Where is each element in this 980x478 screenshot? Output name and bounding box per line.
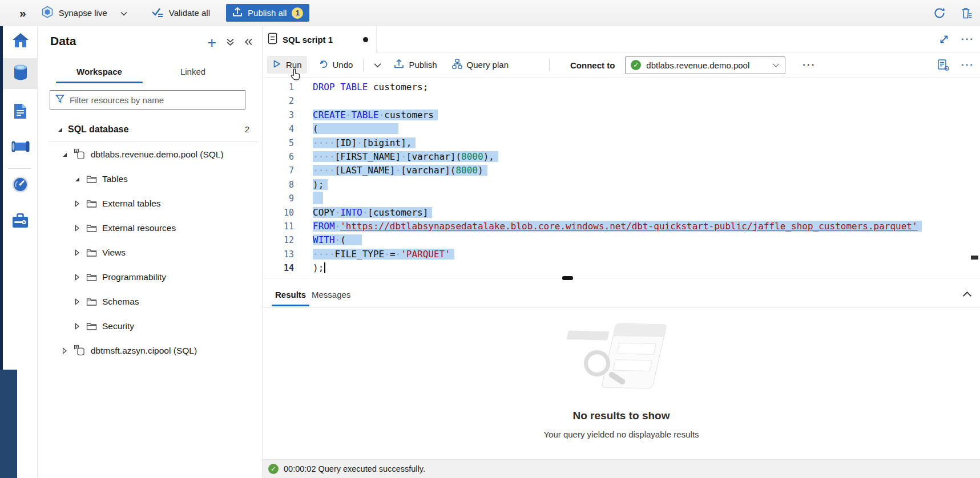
chevron-up-icon[interactable] <box>962 290 972 299</box>
line-number: 6 <box>263 150 294 164</box>
code-line-11[interactable]: 11FROM·'https://dbtlabsynapsedatalake.bl… <box>263 220 980 233</box>
query-plan-button[interactable]: Query plan <box>447 55 514 74</box>
illustration-strip <box>566 331 609 341</box>
code-line-8[interactable]: 8); <box>263 178 980 192</box>
code-line-10[interactable]: 10COPY·INTO·[customers] <box>263 206 980 220</box>
line-number: 7 <box>263 164 294 177</box>
query-status-bar: ✓ 00:00:02 Query executed successfully. <box>263 459 980 478</box>
splitter-grip[interactable] <box>562 276 573 280</box>
sidebar-item-monitor[interactable] <box>3 170 38 201</box>
pool-name: dbtlabs.revenue.demo.pool <box>646 60 767 70</box>
tree-item-views[interactable]: Views <box>38 240 262 265</box>
code-line-4[interactable]: 4( <box>263 122 980 136</box>
add-resource-button[interactable]: + <box>207 38 216 48</box>
tab-sql-script[interactable]: SQL script 1 <box>263 26 377 52</box>
publish-label: Publish <box>409 60 437 70</box>
panel-title: Data <box>50 34 76 48</box>
token: WITH <box>313 234 335 245</box>
line-content: ····[ID]·[bigint], <box>313 136 416 150</box>
selection-block: FROM·'https://dbtlabsynapsedatalake.blob… <box>313 221 922 232</box>
connect-more-button[interactable]: ··· <box>802 62 816 68</box>
sidebar-item-integrate[interactable] <box>3 132 38 163</box>
run-button[interactable]: Run <box>267 56 307 74</box>
tree-item-label: Tables <box>102 174 128 184</box>
refresh-icon[interactable] <box>933 7 946 19</box>
mode-selector[interactable]: Synapse live <box>41 6 127 20</box>
selection-block <box>313 192 323 204</box>
collapse-panel-icon <box>244 38 253 48</box>
publish-button[interactable]: Publish <box>389 55 442 74</box>
token: customers <box>384 110 434 120</box>
token: ) <box>478 165 483 176</box>
validate-all-button[interactable]: Validate all <box>151 7 210 19</box>
collapse-node-icon[interactable] <box>60 151 69 158</box>
token: [FIRST_NAME] <box>335 151 401 162</box>
token: FILE_TYPE <box>335 249 385 260</box>
code-line-9[interactable]: 9 <box>263 192 980 205</box>
code-line-2[interactable]: 2 <box>263 94 980 108</box>
undo-redo-dropdown[interactable] <box>369 56 386 73</box>
tab-title: SQL script 1 <box>283 35 333 44</box>
actions-menu-button[interactable] <box>226 38 235 48</box>
expand-topnav-icon[interactable]: » <box>19 6 26 20</box>
line-content: ( <box>313 122 398 136</box>
sidebar-item-manage[interactable] <box>3 206 38 237</box>
tree-item-label: SQL database <box>68 124 128 135</box>
expand-node-icon[interactable] <box>60 347 69 354</box>
token: CREATE <box>313 110 346 120</box>
tree-item-dbtmsft-azsyn-cipool-sql[interactable]: dbtmsft.azsyn.cipool (SQL) <box>38 338 262 363</box>
expand-node-icon[interactable] <box>72 200 82 207</box>
resize-diagonal-icon[interactable] <box>938 34 950 45</box>
tree-item-security[interactable]: Security <box>38 314 262 338</box>
tree-item-external-tables[interactable]: External tables <box>38 191 262 216</box>
code-line-3[interactable]: 3CREATE·TABLE·customers <box>263 108 980 122</box>
code-line-5[interactable]: 5····[ID]·[bigint], <box>263 136 980 150</box>
tree-item-schemas[interactable]: Schemas <box>38 289 262 314</box>
sql-script-icon <box>268 33 278 47</box>
tab-more-actions-button[interactable]: ··· <box>961 37 974 42</box>
tab-workspace[interactable]: Workspace <box>53 59 146 83</box>
pool-dropdown[interactable]: ✓ dbtlabs.revenue.demo.pool <box>625 56 785 74</box>
expand-node-icon[interactable] <box>72 225 82 232</box>
code-line-12[interactable]: 12WITH·( <box>263 233 980 247</box>
collapse-node-icon[interactable] <box>72 176 82 183</box>
tab-messages[interactable]: Messages <box>312 281 350 308</box>
tab-results[interactable]: Results <box>275 281 306 308</box>
properties-icon[interactable] <box>937 59 950 71</box>
folder-icon <box>86 199 97 208</box>
tree-item-sql-database[interactable]: SQL database2 <box>38 117 262 141</box>
sidebar-item-home[interactable] <box>3 26 38 57</box>
sidebar-item-develop[interactable] <box>3 97 38 128</box>
expand-node-icon[interactable] <box>72 249 82 256</box>
line-number: 4 <box>263 122 294 136</box>
token: FROM <box>313 221 335 232</box>
code-line-14[interactable]: 14); <box>263 261 980 275</box>
code-line-6[interactable]: 6····[FIRST_NAME]·[varchar](8000), <box>263 150 980 164</box>
filter-resources-input[interactable] <box>70 95 240 105</box>
decorative-panel <box>0 370 17 478</box>
code-line-1[interactable]: 1DROP TABLE customers; <box>263 80 980 94</box>
expand-node-icon[interactable] <box>72 274 82 281</box>
tree-item-dbtlabs-revenue-demo-pool-sql[interactable]: dbtlabs.revenue.demo.pool (SQL) <box>38 142 262 167</box>
sql-editor[interactable]: 1DROP TABLE customers;23CREATE·TABLE·cus… <box>263 78 980 278</box>
undo-button[interactable]: Undo <box>313 56 358 74</box>
discard-trash-icon[interactable] <box>961 7 973 19</box>
collapse-panel-button[interactable] <box>244 38 253 48</box>
publish-all-button[interactable]: Publish all 1 <box>226 4 309 22</box>
tree-item-tables[interactable]: Tables <box>38 167 262 191</box>
chevron-down-icon <box>772 60 780 70</box>
sidebar-item-data[interactable] <box>3 58 38 89</box>
tab-linked[interactable]: Linked <box>146 59 240 83</box>
code-line-13[interactable]: 13····FILE_TYPE·=·'PARQUET' <box>263 248 980 261</box>
tree-item-programmability[interactable]: Programmability <box>38 265 262 289</box>
results-body: No results to show Your query yielded no… <box>263 308 980 459</box>
expand-node-icon[interactable] <box>72 323 82 330</box>
database-icon <box>74 345 86 357</box>
tree-item-external-resources[interactable]: External resources <box>38 216 262 240</box>
collapse-node-icon[interactable] <box>55 126 64 133</box>
green-check-icon: ✓ <box>631 60 641 70</box>
code-line-7[interactable]: 7····[LAST_NAME]·[varchar](8000) <box>263 164 980 177</box>
expand-node-icon[interactable] <box>72 298 82 305</box>
toolbar-more-button[interactable]: ··· <box>961 62 974 68</box>
monitor-icon <box>11 176 29 196</box>
